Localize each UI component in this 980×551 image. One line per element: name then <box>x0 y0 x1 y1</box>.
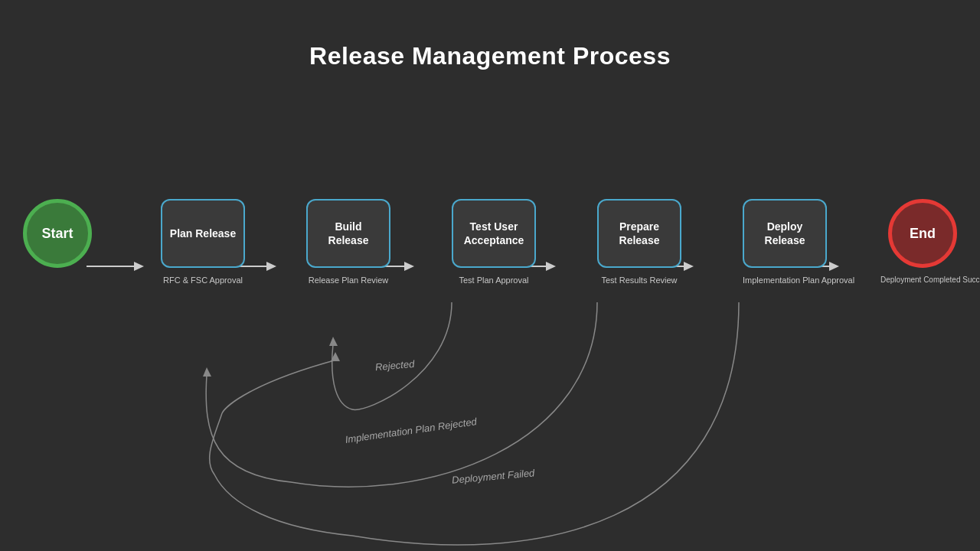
node-build-release: Build Release Release Plan Review <box>306 199 390 268</box>
end-sublabel: Deployment Completed Successfully <box>880 276 965 284</box>
page-title: Release Management Process <box>0 0 980 70</box>
svg-marker-0 <box>329 337 338 346</box>
node-deploy-release: Deploy Release Implementation Plan Appro… <box>743 199 827 268</box>
plan-release-box: Plan Release <box>161 199 245 268</box>
deploy-release-sublabel: Implementation Plan Approval <box>743 276 827 285</box>
diagram-area: Start Plan Release RFC & FSC Approval Bu… <box>0 138 980 551</box>
start-node: Start <box>23 199 92 268</box>
rejected-label: Rejected <box>374 358 414 373</box>
node-end: End Deployment Completed Successfully <box>888 199 957 268</box>
deploy-release-box: Deploy Release <box>743 199 827 268</box>
svg-marker-2 <box>331 352 340 361</box>
test-ua-sublabel: Test Plan Approval <box>452 276 536 285</box>
node-plan-release: Plan Release RFC & FSC Approval <box>161 199 245 268</box>
build-release-sublabel: Release Plan Review <box>306 276 390 285</box>
node-test-user-acceptance: Test User Acceptance Test Plan Approval <box>452 199 536 268</box>
nodes-row: Start Plan Release RFC & FSC Approval Bu… <box>23 199 957 268</box>
deploy-failed-label: Deployment Failed <box>452 467 535 485</box>
test-ua-box: Test User Acceptance <box>452 199 536 268</box>
node-prepare-release: Prepare Release Test Results Review <box>597 199 681 268</box>
impl-rejected-label: Implementation Plan Rejected <box>345 416 478 445</box>
prepare-release-sublabel: Test Results Review <box>597 276 681 285</box>
build-release-box: Build Release <box>306 199 390 268</box>
plan-release-sublabel: RFC & FSC Approval <box>161 276 245 285</box>
end-node: End <box>888 199 957 268</box>
node-start: Start <box>23 199 92 268</box>
svg-marker-1 <box>203 367 211 377</box>
prepare-release-box: Prepare Release <box>597 199 681 268</box>
